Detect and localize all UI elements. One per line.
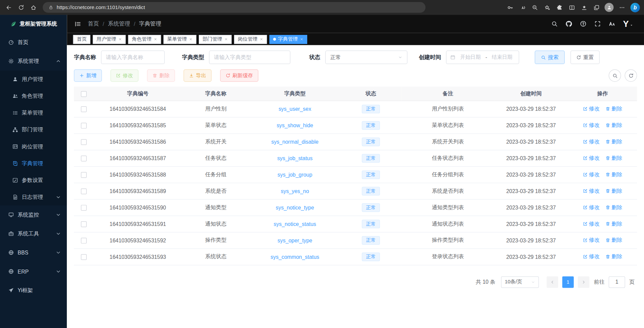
sidebar-item-system-admin[interactable]: 系统管理 — [0, 52, 67, 71]
dict-type-link[interactable]: sys_job_group — [278, 172, 312, 178]
dict-type-link[interactable]: sys_yes_no — [281, 188, 309, 194]
dict-type-link[interactable]: sys_job_status — [277, 155, 313, 161]
browser-puzzle-button[interactable] — [553, 2, 566, 13]
user-logo[interactable]: Y — [623, 20, 634, 28]
sidebar-item-bbs[interactable]: BBS — [0, 243, 67, 262]
refresh-table-button[interactable] — [625, 69, 637, 82]
tab-dept-admin[interactable]: 部门管理 — [199, 35, 232, 44]
toggle-search-button[interactable] — [609, 69, 621, 82]
row-edit-link[interactable]: 修改 — [583, 237, 600, 244]
goto-page-input[interactable] — [609, 276, 625, 288]
row-delete-link[interactable]: 删除 — [605, 187, 622, 195]
row-delete-link[interactable]: 删除 — [605, 122, 622, 129]
row-checkbox[interactable] — [81, 238, 87, 243]
row-checkbox[interactable] — [81, 123, 87, 128]
refresh-cache-button[interactable]: 刷新缓存 — [220, 69, 259, 82]
sidebar-item-yi-framework[interactable]: Yi框架 — [0, 281, 67, 300]
row-checkbox[interactable] — [81, 205, 87, 210]
row-edit-link[interactable]: 修改 — [583, 204, 600, 211]
browser-back-button[interactable] — [2, 2, 15, 13]
sidebar-item-system-monitor[interactable]: 系统监控 — [0, 205, 67, 224]
dict-type-link[interactable]: sys_user_sex — [279, 106, 311, 112]
sidebar-item-user-admin[interactable]: 用户管理 — [0, 71, 67, 87]
dict-name-input[interactable] — [101, 50, 165, 64]
row-delete-link[interactable]: 删除 — [605, 204, 622, 211]
github-button[interactable] — [565, 20, 572, 27]
export-button[interactable]: 导出 — [184, 69, 212, 82]
row-checkbox[interactable] — [81, 139, 87, 145]
browser-fav-bar-button[interactable] — [578, 2, 590, 13]
date-range-picker[interactable]: 开始日期 - 结束日期 — [446, 50, 519, 64]
row-edit-link[interactable]: 修改 — [583, 253, 600, 260]
row-edit-link[interactable]: 修改 — [583, 105, 600, 112]
browser-home-button[interactable] — [27, 2, 40, 13]
tab-close-button[interactable] — [118, 37, 122, 41]
sidebar-item-log-admin[interactable]: 日志管理 — [0, 188, 67, 205]
sidebar-item-system-tools[interactable]: 系统工具 — [0, 224, 67, 243]
next-page-button[interactable] — [578, 276, 589, 288]
dict-type-link[interactable]: sys_show_hide — [277, 122, 313, 128]
sidebar-item-param-settings[interactable]: 参数设置 — [0, 172, 67, 188]
sidebar-item-post-admin[interactable]: 岗位管理 — [0, 138, 67, 155]
row-edit-link[interactable]: 修改 — [583, 154, 600, 162]
delete-button[interactable]: 删除 — [147, 69, 175, 82]
breadcrumb-item[interactable]: 首页 — [88, 20, 99, 28]
browser-collections-button[interactable] — [590, 2, 603, 13]
sidebar-item-dept-admin[interactable]: 部门管理 — [0, 121, 67, 138]
search-button[interactable] — [551, 20, 558, 27]
dict-type-link[interactable]: sys_notice_type — [276, 204, 314, 210]
status-select[interactable]: 正常 — [325, 50, 408, 64]
dict-type-input[interactable] — [209, 50, 290, 64]
tab-post-admin[interactable]: 岗位管理 — [234, 35, 267, 44]
sidebar-item-erp[interactable]: ERP — [0, 262, 67, 281]
dict-type-link[interactable]: sys_normal_disable — [271, 139, 319, 145]
tab-user-admin[interactable]: 用户管理 — [93, 35, 126, 44]
browser-split-button[interactable] — [565, 2, 578, 13]
page-size-select[interactable]: 10条/页 — [501, 276, 539, 288]
row-delete-link[interactable]: 删除 — [605, 237, 622, 244]
row-edit-link[interactable]: 修改 — [583, 220, 600, 228]
address-bar[interactable]: https://ccnetcore.com:1101/system/dict — [43, 2, 425, 13]
row-checkbox[interactable] — [81, 172, 87, 178]
reset-button[interactable]: 重置 — [570, 50, 600, 64]
sidebar-item-dict-admin[interactable]: 字典管理 — [0, 155, 67, 172]
current-page-button[interactable]: 1 — [562, 276, 574, 288]
row-edit-link[interactable]: 修改 — [583, 138, 600, 145]
tab-dict-admin[interactable]: 字典管理 — [269, 35, 307, 44]
sidebar-item-role-admin[interactable]: 角色管理 — [0, 88, 67, 104]
row-delete-link[interactable]: 删除 — [605, 253, 622, 260]
add-button[interactable]: 新增 — [74, 69, 102, 82]
tab-role-admin[interactable]: 角色管理 — [128, 35, 161, 44]
edit-button[interactable]: 修改 — [110, 69, 138, 82]
browser-star-plus-button[interactable] — [541, 2, 553, 13]
row-checkbox[interactable] — [81, 155, 87, 161]
row-checkbox[interactable] — [81, 221, 87, 227]
dict-type-link[interactable]: sys_common_status — [271, 253, 319, 260]
tab-home[interactable]: 首页 — [73, 35, 90, 44]
select-all-checkbox[interactable] — [81, 91, 87, 97]
row-delete-link[interactable]: 删除 — [605, 154, 622, 162]
browser-read-aloud-button[interactable] — [516, 2, 529, 13]
prev-page-button[interactable] — [547, 276, 558, 288]
row-edit-link[interactable]: 修改 — [583, 122, 600, 129]
profile-avatar[interactable] — [605, 3, 614, 12]
row-checkbox[interactable] — [81, 254, 87, 260]
row-checkbox[interactable] — [81, 188, 87, 194]
breadcrumb-item[interactable]: 系统管理 — [108, 20, 130, 28]
help-button[interactable] — [580, 20, 587, 27]
search-button[interactable]: 搜索 — [535, 50, 565, 64]
sidebar-item-home[interactable]: 首页 — [0, 33, 67, 52]
copilot-icon[interactable]: b — [631, 3, 640, 12]
font-size-button[interactable] — [609, 20, 615, 27]
dict-type-link[interactable]: sys_oper_type — [278, 237, 312, 243]
sidebar-toggle-button[interactable] — [74, 20, 81, 28]
tab-close-button[interactable] — [260, 37, 263, 41]
fullscreen-button[interactable] — [594, 20, 601, 27]
tab-menu-admin[interactable]: 菜单管理 — [164, 35, 196, 44]
dict-type-link[interactable]: sys_notice_status — [274, 221, 316, 227]
row-checkbox[interactable] — [81, 106, 87, 112]
tab-close-button[interactable] — [189, 37, 193, 41]
row-edit-link[interactable]: 修改 — [583, 187, 600, 195]
tab-close-button[interactable] — [224, 37, 228, 41]
row-delete-link[interactable]: 删除 — [605, 138, 622, 145]
